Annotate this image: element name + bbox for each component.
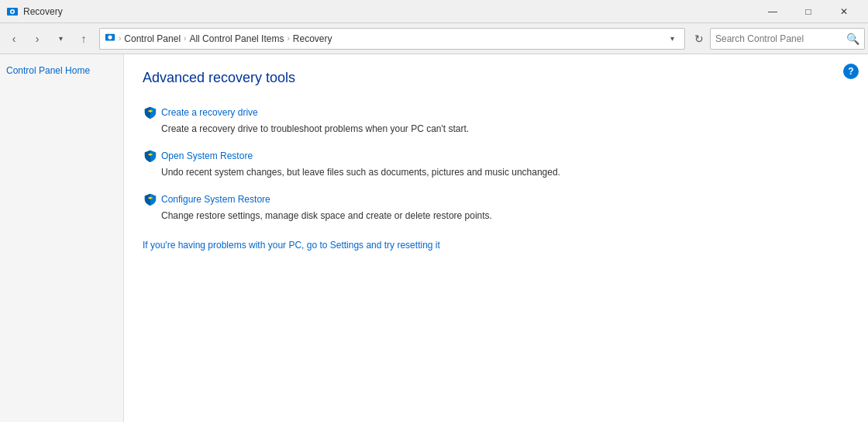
search-input[interactable]	[715, 33, 846, 44]
shield-icon-2	[143, 148, 158, 164]
system-restore-link[interactable]: Open System Restore	[161, 150, 253, 161]
tool-item-system-restore: Open System Restore Undo recent system c…	[143, 148, 849, 178]
breadcrumb-sep-1: ›	[119, 34, 121, 43]
breadcrumb-recovery[interactable]: Recovery	[293, 33, 332, 44]
svg-rect-10	[150, 196, 151, 199]
page-title: Advanced recovery tools	[143, 70, 849, 86]
sidebar: Control Panel Home	[0, 54, 124, 422]
shield-icon-3	[143, 192, 158, 207]
recent-locations-button[interactable]: ▾	[50, 28, 71, 50]
sidebar-item-control-panel-home[interactable]: Control Panel Home	[6, 64, 117, 78]
svg-rect-6	[150, 109, 151, 112]
svg-rect-8	[150, 153, 151, 156]
tool-link-row-3: Configure System Restore	[143, 192, 849, 207]
tool-link-row-1: Create a recovery drive	[143, 105, 849, 120]
main-area: Control Panel Home ? Advanced recovery t…	[0, 54, 868, 422]
window-icon	[6, 5, 19, 18]
maximize-button[interactable]: □	[790, 0, 826, 23]
configure-restore-desc: Change restore settings, manage disk spa…	[143, 210, 849, 221]
reset-pc-link[interactable]: If you're having problems with your PC, …	[143, 240, 849, 251]
breadcrumb-sep-2: ›	[184, 34, 186, 43]
system-restore-desc: Undo recent system changes, but leave fi…	[143, 167, 849, 178]
breadcrumb: › Control Panel › All Control Panel Item…	[105, 32, 664, 45]
configure-restore-link[interactable]: Configure System Restore	[161, 194, 270, 205]
back-button[interactable]: ‹	[3, 28, 25, 50]
svg-point-4	[108, 35, 112, 39]
tool-item-configure-restore: Configure System Restore Change restore …	[143, 192, 849, 221]
search-button[interactable]: 🔍	[846, 33, 859, 45]
breadcrumb-home-icon	[105, 32, 115, 45]
recovery-drive-desc: Create a recovery drive to troubleshoot …	[143, 123, 849, 134]
help-button[interactable]: ?	[843, 64, 859, 79]
up-button[interactable]: ↑	[73, 28, 95, 50]
breadcrumb-sep-3: ›	[287, 34, 289, 43]
window-title: Recovery	[23, 6, 755, 17]
breadcrumb-control-panel[interactable]: Control Panel	[124, 33, 181, 44]
tool-link-row-2: Open System Restore	[143, 148, 849, 164]
close-button[interactable]: ✕	[826, 0, 862, 23]
address-bar: › Control Panel › All Control Panel Item…	[99, 28, 685, 50]
forward-button[interactable]: ›	[26, 28, 48, 50]
recovery-drive-link[interactable]: Create a recovery drive	[161, 107, 258, 118]
nav-bar: ‹ › ▾ ↑ › Control Panel › All Control Pa…	[0, 23, 868, 54]
svg-point-2	[12, 10, 14, 12]
window-controls: — □ ✕	[755, 0, 862, 23]
minimize-button[interactable]: —	[755, 0, 790, 23]
content-area: ? Advanced recovery tools Create a recov…	[124, 54, 868, 422]
title-bar: Recovery — □ ✕	[0, 0, 868, 23]
refresh-button[interactable]: ↻	[690, 28, 708, 50]
breadcrumb-all-items[interactable]: All Control Panel Items	[189, 33, 284, 44]
shield-icon-1	[143, 105, 158, 120]
address-dropdown-button[interactable]: ▾	[664, 29, 680, 49]
search-box: 🔍	[710, 28, 865, 50]
tool-item-recovery-drive: Create a recovery drive Create a recover…	[143, 105, 849, 134]
